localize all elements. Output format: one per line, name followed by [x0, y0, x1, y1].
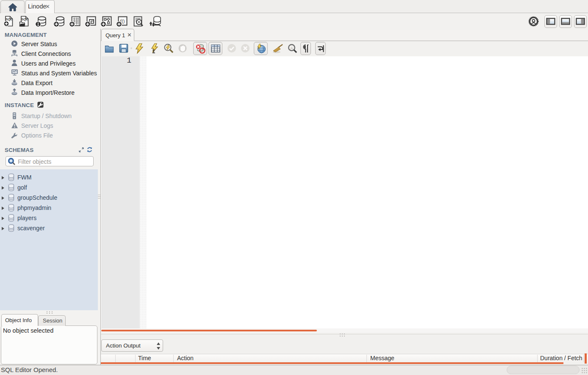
svg-text:SQL: SQL — [22, 17, 28, 21]
svg-text:(): () — [122, 19, 125, 24]
svg-text:SQL: SQL — [6, 17, 13, 21]
svg-text:A: A — [291, 46, 293, 50]
